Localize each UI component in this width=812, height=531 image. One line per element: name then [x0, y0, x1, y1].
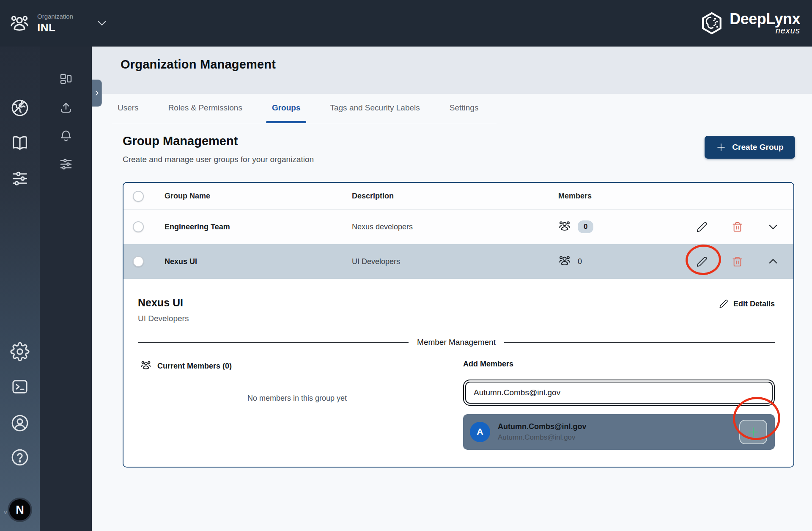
detail-group-name: Nexus UI [138, 297, 189, 309]
brand-subtitle: nexus [776, 26, 800, 36]
primary-sidebar: v N [0, 47, 40, 531]
organization-name: INL [37, 21, 73, 34]
plus-icon [716, 142, 726, 152]
table-row-nexus-ui[interactable]: Nexus UI UI Developers 0 [123, 244, 793, 279]
brand-logo: DeepLynx nexus [699, 11, 800, 36]
version-text: v [4, 509, 7, 515]
group-name: Nexus UI [153, 257, 352, 266]
terminal-icon[interactable] [11, 377, 29, 396]
member-suggestion-row[interactable]: A Autumn.Combs@inl.gov Autumn.Combs@inl.… [463, 414, 775, 450]
members-group-icon [140, 360, 151, 373]
tab-tags-security-labels[interactable]: Tags and Security Labels [324, 103, 425, 123]
upload-icon[interactable] [59, 101, 73, 117]
members-group-icon [558, 254, 571, 269]
row-checkbox[interactable] [133, 256, 144, 267]
bell-icon[interactable] [59, 129, 73, 145]
detail-group-description: UI Developers [138, 314, 189, 323]
member-search-input[interactable] [466, 382, 772, 403]
column-header-description: Description [352, 192, 548, 201]
member-management-label: Member Management [417, 338, 496, 347]
select-all-checkbox[interactable] [133, 191, 144, 202]
group-description: UI Developers [352, 257, 548, 266]
help-icon[interactable] [10, 448, 30, 467]
no-members-text: No members in this group yet [138, 394, 456, 403]
tab-users[interactable]: Users [112, 103, 145, 123]
tab-roles-permissions[interactable]: Roles & Permissions [162, 103, 248, 123]
tab-groups[interactable]: Groups [266, 103, 307, 123]
brand-name: DeepLynx [730, 11, 800, 27]
delete-trash-icon[interactable] [732, 221, 743, 233]
add-members-title: Add Members [463, 360, 775, 369]
column-header-members: Members [548, 192, 650, 201]
plus-icon [747, 426, 760, 438]
organization-group-icon [9, 13, 30, 33]
book-icon[interactable] [10, 133, 30, 152]
current-members-title: Current Members (0) [157, 362, 232, 371]
main-content: Organization Management Users Roles & Pe… [92, 47, 812, 531]
group-name: Engineering Team [153, 223, 352, 231]
group-description: Nexus developers [352, 223, 548, 231]
suggestion-name: Autumn.Combs@inl.gov [498, 422, 587, 431]
chevron-up-icon[interactable] [767, 256, 779, 267]
groups-table-card: Group Name Description Members Engineeri… [123, 182, 794, 468]
pencil-icon [719, 299, 728, 308]
members-group-icon [558, 220, 571, 234]
tab-bar: Users Roles & Permissions Groups Tags an… [112, 103, 497, 123]
table-header-row: Group Name Description Members [123, 183, 793, 210]
gear-icon[interactable] [10, 342, 30, 361]
settings-sliders-icon[interactable] [59, 157, 73, 173]
brand-hex-icon [699, 11, 724, 36]
edit-pencil-icon[interactable] [696, 221, 708, 233]
chevron-down-icon[interactable] [767, 221, 779, 233]
organization-chevron-down-icon[interactable] [95, 17, 109, 30]
members-count-badge: 0 [578, 220, 593, 233]
add-member-button[interactable] [739, 420, 767, 444]
dashboard-icon[interactable] [59, 72, 73, 88]
section-title: Group Management [123, 134, 314, 148]
delete-trash-icon[interactable] [732, 256, 743, 267]
secondary-sidebar [40, 47, 92, 531]
group-detail-panel: Nexus UI UI Developers Edit Details Memb… [123, 279, 793, 467]
add-members-column: Add Members A Autumn.Combs@inl.gov Autum… [456, 360, 775, 450]
table-row-engineering-team[interactable]: Engineering Team Nexus developers 0 [123, 210, 793, 244]
suggestion-email: Autumn.Combs@inl.gov [498, 433, 587, 442]
member-management-divider: Member Management [138, 338, 775, 347]
tab-settings[interactable]: Settings [444, 103, 485, 123]
member-search-focus-ring [463, 380, 775, 406]
sidebar-expand-button[interactable] [92, 80, 102, 107]
account-icon[interactable] [10, 413, 30, 433]
create-group-button[interactable]: Create Group [705, 136, 795, 159]
section-subtitle: Create and manage user groups for your o… [123, 155, 314, 164]
filters-sliders-icon[interactable] [11, 169, 29, 188]
page-header-band: Organization Management [92, 47, 812, 94]
suggestion-avatar: A [470, 422, 490, 442]
globe-icon[interactable] [10, 98, 30, 118]
column-header-group-name: Group Name [153, 192, 352, 201]
organization-switcher[interactable]: Organization INL [9, 13, 73, 34]
top-bar: Organization INL DeepLyn [0, 0, 812, 47]
user-avatar[interactable]: N [8, 498, 31, 521]
members-count: 0 [578, 257, 582, 266]
edit-pencil-icon[interactable] [696, 256, 708, 267]
current-members-column: Current Members (0) No members in this g… [138, 360, 456, 450]
organization-label: Organization [37, 13, 73, 20]
row-checkbox[interactable] [133, 221, 144, 232]
edit-details-button[interactable]: Edit Details [719, 299, 775, 308]
page-title: Organization Management [121, 58, 812, 72]
